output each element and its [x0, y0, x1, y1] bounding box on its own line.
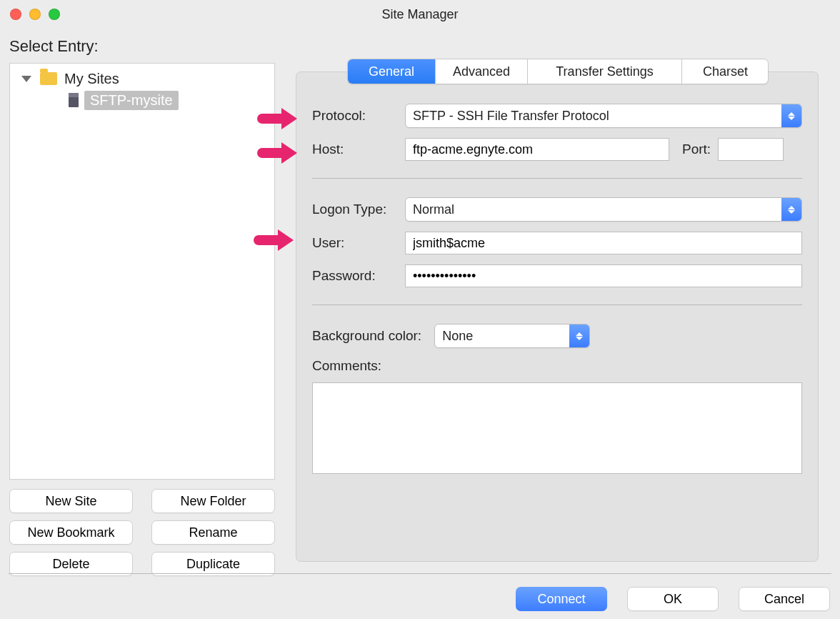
- new-site-button[interactable]: New Site: [9, 489, 133, 513]
- tab-charset[interactable]: Charset: [682, 59, 769, 84]
- background-color-label: Background color:: [312, 328, 421, 344]
- new-folder-button[interactable]: New Folder: [151, 489, 275, 513]
- tab-general[interactable]: General: [348, 59, 436, 84]
- host-input[interactable]: [405, 138, 669, 161]
- connect-button[interactable]: Connect: [516, 587, 607, 611]
- password-label: Password:: [312, 268, 405, 284]
- footer-buttons: Connect OK Cancel: [0, 579, 840, 619]
- logon-type-select[interactable]: Normal: [405, 197, 802, 222]
- password-row: Password:: [312, 264, 802, 287]
- logon-type-label: Logon Type:: [312, 202, 405, 217]
- rename-button[interactable]: Rename: [151, 520, 275, 545]
- host-row: Host: Port:: [312, 138, 802, 161]
- user-label: User:: [312, 235, 405, 251]
- close-icon[interactable]: [10, 9, 21, 20]
- tab-transfer[interactable]: Transfer Settings: [528, 59, 682, 84]
- general-panel: Protocol: SFTP - SSH File Transfer Proto…: [296, 71, 819, 562]
- left-column: My Sites SFTP-mysite New Site New Folder…: [9, 63, 275, 576]
- divider: [312, 304, 802, 305]
- tree-parent-label: My Sites: [64, 71, 119, 87]
- protocol-value: SFTP - SSH File Transfer Protocol: [413, 109, 609, 124]
- select-stepper-icon: [781, 104, 801, 127]
- background-color-value: None: [442, 329, 473, 344]
- settings-tabs: General Advanced Transfer Settings Chars…: [347, 59, 769, 84]
- background-color-select[interactable]: None: [434, 324, 590, 348]
- new-bookmark-button[interactable]: New Bookmark: [9, 520, 133, 545]
- divider: [312, 178, 802, 179]
- ok-button[interactable]: OK: [627, 587, 719, 611]
- folder-icon: [40, 72, 57, 85]
- content-area: Select Entry: My Sites SFTP-mysite New S…: [0, 29, 840, 553]
- background-color-row: Background color: None: [312, 324, 802, 348]
- window-controls: [10, 9, 60, 20]
- comments-textarea[interactable]: [312, 382, 802, 474]
- user-input[interactable]: [405, 232, 802, 254]
- protocol-label: Protocol:: [312, 108, 405, 124]
- delete-button[interactable]: Delete: [9, 552, 133, 576]
- settings-panel-wrapper: General Advanced Transfer Settings Chars…: [296, 63, 819, 562]
- select-stepper-icon: [781, 198, 801, 221]
- zoom-icon[interactable]: [49, 9, 60, 20]
- duplicate-button[interactable]: Duplicate: [151, 552, 275, 576]
- protocol-row: Protocol: SFTP - SSH File Transfer Proto…: [312, 104, 802, 128]
- titlebar: Site Manager: [0, 0, 840, 29]
- window-title: Site Manager: [381, 7, 458, 22]
- site-tree[interactable]: My Sites SFTP-mysite: [9, 63, 275, 480]
- tree-parent-row[interactable]: My Sites: [14, 69, 270, 88]
- password-input[interactable]: [405, 264, 802, 287]
- disclosure-triangle-icon[interactable]: [21, 76, 31, 82]
- footer-divider: [9, 573, 831, 574]
- logon-type-value: Normal: [413, 202, 454, 217]
- comments-label: Comments:: [312, 358, 802, 374]
- cancel-button[interactable]: Cancel: [739, 587, 830, 611]
- select-entry-label: Select Entry:: [9, 37, 99, 56]
- tab-advanced[interactable]: Advanced: [436, 59, 528, 84]
- user-row: User:: [312, 232, 802, 254]
- tree-child-row[interactable]: SFTP-mysite: [14, 91, 270, 109]
- minimize-icon[interactable]: [29, 9, 41, 20]
- server-icon: [69, 93, 79, 107]
- tree-child-label: SFTP-mysite: [84, 91, 179, 110]
- port-input[interactable]: [718, 138, 784, 161]
- host-label: Host:: [312, 142, 405, 157]
- logon-type-row: Logon Type: Normal: [312, 197, 802, 222]
- entry-buttons: New Site New Folder New Bookmark Rename …: [9, 489, 275, 576]
- select-stepper-icon: [569, 325, 589, 347]
- port-label: Port:: [682, 142, 711, 157]
- protocol-select[interactable]: SFTP - SSH File Transfer Protocol: [405, 104, 802, 128]
